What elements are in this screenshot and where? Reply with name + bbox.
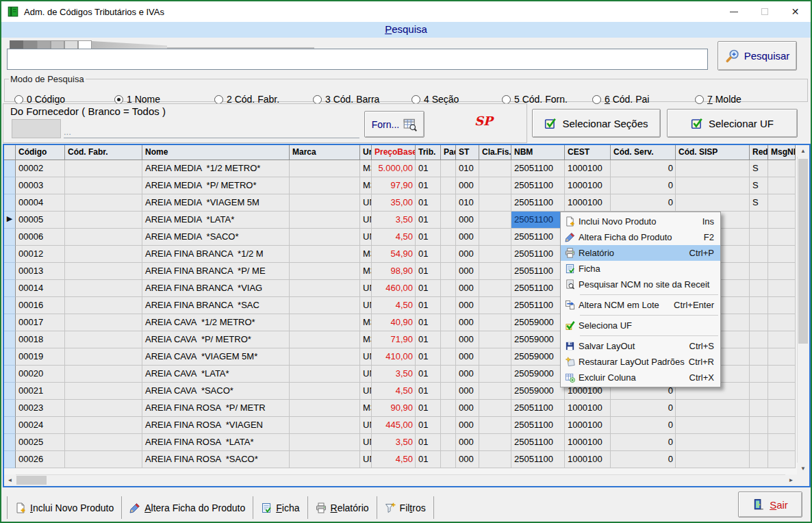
- cell-codigo[interactable]: 00005: [16, 212, 65, 229]
- cell-preco[interactable]: 54,90: [372, 246, 416, 263]
- toolbar-button-inclui-novo-produto[interactable]: Inclui Novo Produto: [7, 496, 121, 519]
- cell-marca[interactable]: [290, 331, 360, 348]
- cell-marca[interactable]: [290, 246, 360, 263]
- cell-codigo[interactable]: 00023: [16, 400, 65, 417]
- cell-st[interactable]: 000: [456, 434, 479, 451]
- cell-codigo[interactable]: 00013: [16, 263, 65, 280]
- cell-cod_sisp[interactable]: [676, 194, 750, 212]
- cell-cla_fis[interactable]: [479, 280, 511, 297]
- menu-item-seleciona-uf[interactable]: Seleciona UF: [561, 318, 720, 333]
- cell-st[interactable]: 000: [456, 314, 479, 331]
- cell-cest[interactable]: 1000100: [565, 194, 611, 212]
- row-selector-cell[interactable]: [4, 177, 16, 194]
- cell-codigo[interactable]: 00004: [16, 194, 65, 212]
- vertical-scrollbar[interactable]: [797, 145, 809, 474]
- cell-marca[interactable]: [290, 400, 360, 417]
- cell-trib[interactable]: 01: [416, 348, 441, 366]
- row-selector-cell[interactable]: [4, 434, 16, 451]
- cell-cod_serv[interactable]: 0: [611, 417, 676, 434]
- cell-cod_fabr[interactable]: [65, 348, 142, 366]
- cell-nome[interactable]: AREIA FINA ROSA *VIAGEN: [142, 417, 290, 434]
- cell-msgnf[interactable]: [768, 212, 796, 229]
- cell-cest[interactable]: 1000100: [565, 160, 611, 177]
- exit-button[interactable]: Sair: [738, 492, 802, 518]
- cell-un[interactable]: M3: [360, 400, 372, 417]
- table-row[interactable]: 00002AREIA MEDIA *1/2 METRO*M35.000,0001…: [4, 160, 796, 177]
- cell-padr[interactable]: [441, 229, 456, 246]
- cell-marca[interactable]: [290, 297, 360, 314]
- cell-cod_serv[interactable]: 0: [611, 177, 676, 194]
- cell-padr[interactable]: [441, 160, 456, 177]
- cell-cla_fis[interactable]: [479, 366, 511, 383]
- cell-trib[interactable]: 01: [416, 229, 441, 246]
- select-uf-button[interactable]: Selecionar UF: [667, 109, 798, 138]
- cell-trib[interactable]: 01: [416, 263, 441, 280]
- cell-rec[interactable]: [750, 451, 768, 468]
- cell-preco[interactable]: 90,90: [372, 400, 416, 417]
- row-selector-cell[interactable]: [4, 314, 16, 331]
- cell-msgnf[interactable]: [768, 400, 796, 417]
- cell-rec[interactable]: S: [750, 177, 768, 194]
- cell-cod_fabr[interactable]: [65, 246, 142, 263]
- row-selector-cell[interactable]: [4, 366, 16, 383]
- cell-cla_fis[interactable]: [479, 434, 511, 451]
- scroll-right-button[interactable]: ►: [785, 474, 797, 486]
- cell-preco[interactable]: 4,50: [372, 451, 416, 468]
- cell-nome[interactable]: AREIA FINA BRANCA *VIAG: [142, 280, 290, 297]
- cell-un[interactable]: UN: [360, 229, 372, 246]
- cell-marca[interactable]: [290, 348, 360, 366]
- cell-cod_serv[interactable]: 0: [611, 194, 676, 212]
- row-selector-cell[interactable]: [4, 263, 16, 280]
- cell-cla_fis[interactable]: [479, 348, 511, 366]
- cell-preco[interactable]: 5.000,00: [372, 160, 416, 177]
- cell-un[interactable]: M3: [360, 246, 372, 263]
- cell-cod_serv[interactable]: 0: [611, 400, 676, 417]
- cell-msgnf[interactable]: [768, 297, 796, 314]
- cell-un[interactable]: UN: [360, 383, 372, 400]
- cell-padr[interactable]: [441, 314, 456, 331]
- cell-msgnf[interactable]: [768, 229, 796, 246]
- cell-cla_fis[interactable]: [479, 451, 511, 468]
- toolbar-button-ficha[interactable]: Ficha: [253, 496, 307, 519]
- supplier-name-field[interactable]: ...: [64, 120, 359, 138]
- menu-item-altera-ncm-em-lote[interactable]: Altera NCM em LoteCtrl+Enter: [561, 297, 720, 313]
- cell-preco[interactable]: 97,90: [372, 177, 416, 194]
- column-header-cod_sisp[interactable]: Cód. SISP: [676, 145, 750, 160]
- cell-un[interactable]: UN: [360, 348, 372, 366]
- cell-nbm[interactable]: 25059000: [511, 348, 565, 366]
- cell-nome[interactable]: AREIA MEDIA *P/ METRO*: [142, 177, 290, 194]
- cell-marca[interactable]: [290, 194, 360, 212]
- cell-nbm[interactable]: 25059000: [511, 366, 565, 383]
- cell-cod_sisp[interactable]: [676, 417, 750, 434]
- close-button[interactable]: ✕: [780, 1, 811, 22]
- cell-nbm[interactable]: 25051100: [511, 417, 565, 434]
- cell-cla_fis[interactable]: [479, 246, 511, 263]
- cell-trib[interactable]: 01: [416, 383, 441, 400]
- row-selector-cell[interactable]: [4, 348, 16, 366]
- cell-msgnf[interactable]: [768, 348, 796, 366]
- cell-nome[interactable]: AREIA FINA BRANCA *P/ ME: [142, 263, 290, 280]
- cell-trib[interactable]: 01: [416, 417, 441, 434]
- cell-un[interactable]: M3: [360, 263, 372, 280]
- cell-padr[interactable]: [441, 451, 456, 468]
- cell-marca[interactable]: [290, 212, 360, 229]
- cell-marca[interactable]: [290, 280, 360, 297]
- cell-nome[interactable]: AREIA CAVA *P/ METRO*: [142, 331, 290, 348]
- cell-cod_fabr[interactable]: [65, 280, 142, 297]
- select-sections-button[interactable]: Selecionar Seções: [532, 109, 661, 138]
- cell-cest[interactable]: 1000100: [565, 400, 611, 417]
- menu-item-restaurar-layout-padr-es[interactable]: Restaurar LayOut PadrõesCtrl+R: [561, 354, 720, 370]
- cell-nbm[interactable]: 25051100: [511, 400, 565, 417]
- cell-un[interactable]: M3: [360, 314, 372, 331]
- cell-trib[interactable]: 01: [416, 451, 441, 468]
- cell-rec[interactable]: [750, 434, 768, 451]
- row-selector-cell[interactable]: [4, 246, 16, 263]
- column-header-msgnf[interactable]: MsgNF: [768, 145, 796, 160]
- cell-marca[interactable]: [290, 434, 360, 451]
- cell-marca[interactable]: [290, 177, 360, 194]
- cell-codigo[interactable]: 00017: [16, 314, 65, 331]
- column-header-cest[interactable]: CEST: [565, 145, 611, 160]
- cell-st[interactable]: 000: [456, 331, 479, 348]
- horizontal-scrollbar-thumb[interactable]: [16, 476, 47, 485]
- cell-preco[interactable]: 40,90: [372, 314, 416, 331]
